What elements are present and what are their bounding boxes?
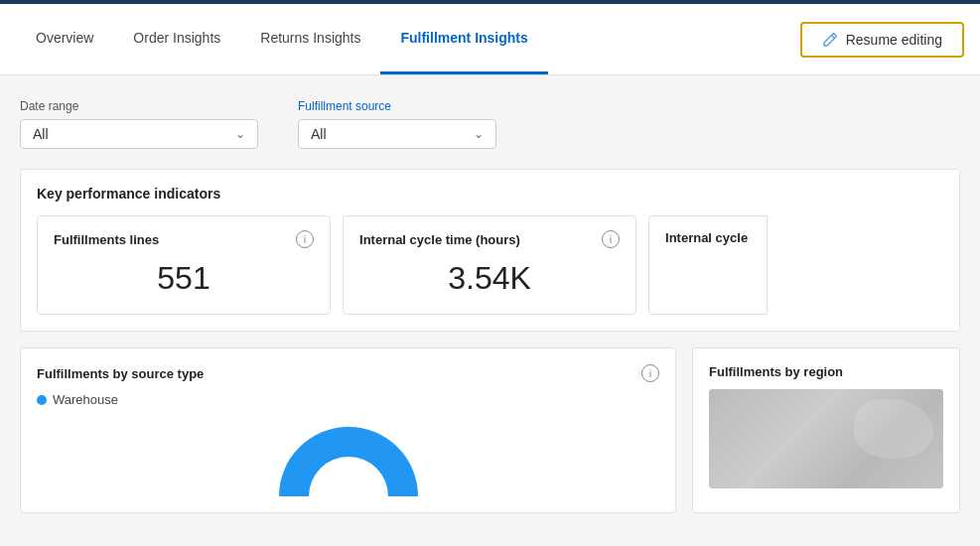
fulfillments-by-region-card: Fulfillments by region <box>692 347 960 513</box>
chevron-down-icon-2: ⌄ <box>474 127 484 141</box>
bottom-row: Fulfillments by source type i Warehouse … <box>20 347 960 513</box>
pie-chart-svg <box>269 417 428 496</box>
kpi-cards-row: Fulfillments lines i 551 Internal cycle … <box>37 215 943 315</box>
fulfillment-source-label: Fulfillment source <box>298 99 496 113</box>
kpi-card-internal-cycle-time-title: Internal cycle time (hours) <box>359 232 520 247</box>
kpi-card-internal-cycle: Internal cycle <box>648 215 768 315</box>
kpi-card-fulfillment-lines: Fulfillments lines i 551 <box>37 215 331 315</box>
pencil-icon <box>822 32 838 48</box>
chevron-down-icon: ⌄ <box>235 127 245 141</box>
fulfillments-by-region-title: Fulfillments by region <box>709 364 843 379</box>
resume-editing-label: Resume editing <box>846 32 942 48</box>
filters-row: Date range All ⌄ Fulfillment source All … <box>20 99 960 149</box>
kpi-section: Key performance indicators Fulfillments … <box>20 169 960 332</box>
kpi-card-internal-cycle-time-value: 3.54K <box>359 260 620 297</box>
legend-warehouse-label: Warehouse <box>53 392 118 407</box>
fulfillments-by-source-card: Fulfillments by source type i Warehouse <box>20 347 676 513</box>
tab-fulfillment-insights[interactable]: Fulfillment Insights <box>380 4 547 74</box>
map-background <box>709 389 943 488</box>
kpi-card-fulfillment-lines-value: 551 <box>54 260 314 297</box>
resume-editing-button[interactable]: Resume editing <box>800 22 964 58</box>
fulfillment-source-value: All <box>311 126 327 142</box>
fulfillment-source-filter: Fulfillment source All ⌄ <box>298 99 496 149</box>
date-range-label: Date range <box>20 99 258 113</box>
fulfillments-by-source-header: Fulfillments by source type i <box>37 364 659 382</box>
tab-returns-insights[interactable]: Returns Insights <box>240 4 380 74</box>
info-icon-fulfillment-lines[interactable]: i <box>296 230 314 248</box>
top-nav-bar: Overview Order Insights Returns Insights… <box>0 0 980 75</box>
main-content: Date range All ⌄ Fulfillment source All … <box>0 75 980 529</box>
info-icon-internal-cycle-time[interactable]: i <box>602 230 620 248</box>
kpi-card-internal-cycle-time-header: Internal cycle time (hours) i <box>359 230 620 248</box>
kpi-card-fulfillment-lines-header: Fulfillments lines i <box>54 230 314 248</box>
kpi-card-fulfillment-lines-title: Fulfillments lines <box>54 232 159 247</box>
date-range-filter: Date range All ⌄ <box>20 99 258 149</box>
map-area <box>709 389 943 488</box>
fulfillment-source-select[interactable]: All ⌄ <box>298 119 496 149</box>
fulfillments-by-region-header: Fulfillments by region <box>709 364 943 379</box>
kpi-card-internal-cycle-header: Internal cycle <box>665 230 751 245</box>
fulfillments-by-source-title: Fulfillments by source type <box>37 366 204 381</box>
info-icon-fulfillments-by-source[interactable]: i <box>641 364 659 382</box>
legend-dot-warehouse <box>37 395 47 405</box>
tab-order-insights[interactable]: Order Insights <box>113 4 240 74</box>
kpi-card-internal-cycle-title: Internal cycle <box>665 230 748 245</box>
date-range-value: All <box>33 126 49 142</box>
kpi-section-title: Key performance indicators <box>37 186 943 202</box>
legend-warehouse: Warehouse <box>37 392 659 407</box>
date-range-select[interactable]: All ⌄ <box>20 119 258 149</box>
kpi-card-internal-cycle-time: Internal cycle time (hours) i 3.54K <box>343 215 636 315</box>
tab-overview[interactable]: Overview <box>16 4 113 74</box>
pie-chart-area <box>37 417 659 496</box>
